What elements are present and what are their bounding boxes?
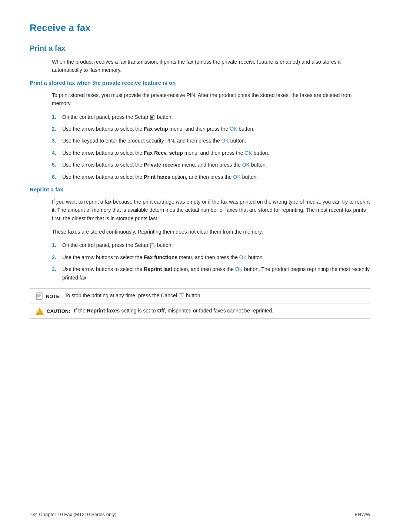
step-number: 5.: [52, 161, 62, 169]
svg-rect-6: [36, 293, 42, 300]
subsection-title-stored-fax: Print a stored fax when the private rece…: [30, 80, 370, 86]
list-item: 1. On the control panel, press the Setup…: [52, 241, 370, 249]
step-content: Use the arrow buttons to select the Fax …: [62, 125, 370, 133]
step-number: 1.: [52, 241, 62, 249]
svg-rect-10: [36, 294, 37, 298]
list-item: 3. Use the keypad to enter the product s…: [52, 137, 370, 145]
subsection-title-reprint-fax: Reprint a fax: [30, 186, 370, 193]
setup-icon: [150, 115, 155, 120]
step-number: 1.: [52, 113, 62, 121]
triangle-warning-icon: [36, 308, 44, 315]
section-title-print-fax: Print a fax: [30, 44, 370, 53]
list-item: 1. On the control panel, press the Setup…: [52, 113, 370, 121]
footer-right: ENWW: [354, 512, 370, 517]
step-number: 6.: [52, 173, 62, 181]
main-title: Receive a fax: [30, 22, 370, 34]
stored-fax-steps: 1. On the control panel, press the Setup…: [52, 113, 370, 181]
note-box: NOTE: To stop the printing at any time, …: [30, 288, 370, 304]
list-item: 2. Use the arrow buttons to select the F…: [52, 253, 370, 261]
list-item: 3. Use the arrow buttons to select the R…: [52, 265, 370, 282]
step-content: Use the arrow buttons to select the Fax …: [62, 253, 370, 261]
step-number: 2.: [52, 125, 62, 133]
step-content: On the control panel, press the Setup bu…: [62, 113, 370, 121]
reprint-fax-para1: If you want to reprint a fax because the…: [52, 198, 370, 222]
step-number: 2.: [52, 253, 62, 261]
setup-icon: [150, 243, 155, 248]
step-content: Use the arrow buttons to select the Fax …: [62, 149, 370, 157]
list-item: 6. Use the arrow buttons to select the P…: [52, 173, 370, 181]
step-content: Use the arrow buttons to select the Prin…: [62, 173, 370, 181]
list-item: 4. Use the arrow buttons to select the F…: [52, 149, 370, 157]
page-footer: 134 Chapter 10 Fax (M1210 Series only) E…: [30, 512, 370, 517]
step-content: On the control panel, press the Setup bu…: [62, 241, 370, 249]
step-number: 4.: [52, 149, 62, 157]
print-fax-intro: When the product receives a fax transmis…: [52, 58, 370, 74]
step-content: Use the keypad to enter the product secu…: [62, 137, 370, 145]
note-text: To stop the printing at any time, press …: [64, 292, 201, 298]
note-icon: NOTE:: [36, 292, 61, 300]
caution-icon: CAUTION:: [36, 308, 70, 315]
cancel-icon: ✕: [179, 293, 184, 298]
step-content: Use the arrow buttons to select the Repr…: [62, 265, 370, 282]
step-number: 3.: [52, 137, 62, 145]
footer-left: 134 Chapter 10 Fax (M1210 Series only): [30, 512, 117, 517]
caution-text: If the Reprint faxes setting is set to O…: [74, 308, 274, 314]
stored-fax-intro: To print stored faxes, you must provide …: [52, 91, 370, 108]
reprint-fax-steps: 1. On the control panel, press the Setup…: [52, 241, 370, 282]
step-content: Use the arrow buttons to select the Priv…: [62, 161, 370, 169]
step-number: 3.: [52, 265, 62, 282]
list-item: 2. Use the arrow buttons to select the F…: [52, 125, 370, 133]
reprint-fax-para2: These faxes are stored continuously. Rep…: [52, 228, 370, 236]
notebook-note-icon: [36, 292, 44, 300]
caution-box: CAUTION: If the Reprint faxes setting is…: [30, 304, 370, 319]
list-item: 5. Use the arrow buttons to select the P…: [52, 161, 370, 169]
